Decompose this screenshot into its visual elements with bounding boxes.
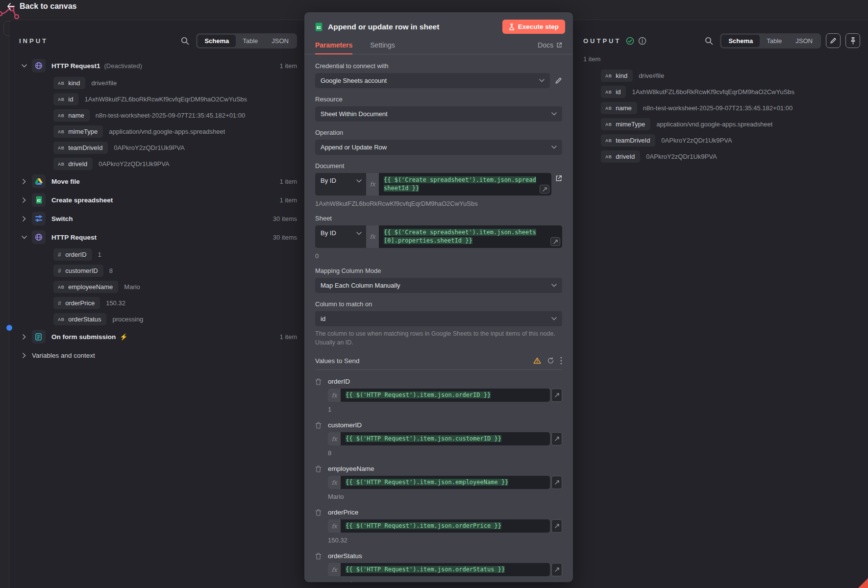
input-node-http-request[interactable]: HTTP Request 30 items [9,228,305,246]
schema-field-teamdriveid[interactable]: ABteamDriveId 0APkroY2zQDr1Uk9PVA [9,140,305,156]
expand-expression-icon[interactable] [540,185,549,194]
edit-output-button[interactable] [826,33,841,48]
pin-data-button[interactable] [845,33,860,48]
chevron-right-icon[interactable] [20,353,28,358]
schema-field-orderid[interactable]: #orderID 1 [9,246,305,263]
node-title: Append or update row in sheet [328,23,439,31]
match-column-select[interactable]: id [315,311,562,326]
operation-select[interactable]: Append or Update Row [315,140,562,155]
operation-value: Append or Update Row [321,144,551,151]
docs-link[interactable]: Docs [538,41,562,54]
document-label: Document [315,162,562,170]
chevron-down-icon[interactable] [20,64,28,68]
output-tab-schema[interactable]: Schema [721,35,760,47]
value-expression-input[interactable]: {{ $('HTTP Request').item.json.customerI… [341,432,550,445]
operation-label: Operation [315,129,562,136]
schema-field-id[interactable]: ABid 1AxhW8kutFZL6boRkRcwKf9cvfqEqrDM9ha… [573,84,868,100]
schema-field-orderstatus[interactable]: ABorderStatus processing [9,311,305,327]
input-node-on-form-submission[interactable]: On form submission ⚡ 1 item [9,327,305,346]
schema-field-id[interactable]: ABid 1AxhW8kutFZL6boRkRcwKf9cvfqEqrDM9ha… [9,91,305,107]
expand-expression-icon[interactable] [551,563,562,576]
input-tab-json[interactable]: JSON [265,35,296,47]
schema-field-mimetype[interactable]: ABmimeType application/vnd.google-apps.s… [9,123,305,140]
input-tab-schema[interactable]: Schema [198,35,236,47]
tab-parameters[interactable]: Parameters [315,41,352,54]
field-key: kind [68,79,80,87]
chevron-down-icon [551,146,557,149]
chevron-right-icon[interactable] [20,197,28,203]
input-node-http-request1[interactable]: HTTP Request1 (Deactivated) 1 item [9,56,305,75]
value-expression-input[interactable]: {{ $('HTTP Request').item.json.orderID }… [341,389,550,402]
mapping-mode-select[interactable]: Map Each Column Manually [315,278,562,293]
input-node-switch[interactable]: Switch 30 items [9,209,305,228]
trash-icon[interactable] [315,422,322,429]
value-expression-input[interactable]: {{ $('HTTP Request').item.json.orderStat… [341,563,550,576]
value-expression-input[interactable]: {{ $('HTTP Request').item.json.employeeN… [341,476,550,489]
chevron-right-icon[interactable] [20,216,28,221]
input-group-variables-context[interactable]: Variables and context [9,346,305,365]
schema-field-kind[interactable]: ABkind drive#file [9,75,305,91]
expand-expression-icon[interactable] [551,432,562,445]
trash-icon[interactable] [315,466,322,472]
document-mode-value: By ID [321,177,356,184]
edit-credential-icon[interactable] [555,77,562,84]
document-mode-select[interactable]: By ID [315,173,366,196]
schema-field-employeename[interactable]: ABemployeeName Mario [9,279,305,295]
kebab-menu-icon[interactable] [560,357,562,365]
open-document-icon[interactable] [555,175,562,182]
info-icon[interactable] [638,37,646,45]
schema-field-driveid[interactable]: ABdriveId 0APkroY2zQDr1Uk9PVA [573,148,868,165]
refresh-icon[interactable] [547,357,554,364]
back-label: Back to canvas [20,2,77,11]
search-icon[interactable] [705,37,713,45]
field-value: 0APkroY2zQDr1Uk9PVA [661,137,732,144]
input-view-tabs: Schema Table JSON [196,33,297,49]
expand-expression-icon[interactable] [551,389,562,402]
credential-select[interactable]: Google Sheets account [315,73,550,88]
expand-expression-icon[interactable] [551,476,562,489]
sheet-mode-select[interactable]: By ID [315,225,366,248]
tab-settings[interactable]: Settings [370,41,395,54]
chevron-right-icon[interactable] [20,334,28,340]
chevron-right-icon[interactable] [20,179,28,184]
trash-icon[interactable] [315,378,322,385]
chevron-down-icon[interactable] [20,236,28,239]
flask-icon [509,24,515,30]
value-expression: {{ $('HTTP Request').item.json.orderPric… [346,522,501,529]
trash-icon[interactable] [315,509,322,516]
string-type-icon: AB [605,122,612,127]
back-to-canvas-button[interactable]: Back to canvas [7,2,77,11]
schema-field-customerid[interactable]: #customerID 8 [9,263,305,279]
schema-field-teamdriveid[interactable]: ABteamDriveId 0APkroY2zQDr1Uk9PVA [573,132,868,148]
chevron-down-icon [551,284,557,287]
resource-select[interactable]: Sheet Within Document [315,106,562,122]
input-node-create-spreadsheet[interactable]: Create spreadsheet 1 item [9,191,305,209]
google-sheets-icon [32,193,46,207]
document-expression-input[interactable]: {{ $('Create spreadsheet').item.json.spr… [379,173,551,196]
input-node-move-file[interactable]: Move file 1 item [9,172,305,191]
schema-field-kind[interactable]: ABkind drive#file [573,68,868,84]
trash-icon[interactable] [315,553,322,560]
field-value: 8 [109,267,113,274]
schema-field-name[interactable]: ABname n8n-test-worksheet-2025-09-07T21:… [9,107,305,123]
input-tab-table[interactable]: Table [236,35,265,47]
resource-label: Resource [315,96,562,103]
node-item-count: 1 item [280,62,297,70]
execute-step-label: Execute step [518,23,559,30]
search-icon[interactable] [181,37,189,45]
warning-icon[interactable] [533,357,541,364]
schema-field-orderprice[interactable]: #orderPrice 150.32 [9,295,305,311]
expand-expression-icon[interactable] [551,519,562,533]
schema-field-name[interactable]: ABname n8n-test-worksheet-2025-09-07T21:… [573,100,868,116]
value-expression-input[interactable]: {{ $('HTTP Request').item.json.orderPric… [341,519,550,533]
node-name: Move file [51,178,80,185]
schema-field-mimetype[interactable]: ABmimeType application/vnd.google-apps.s… [573,116,868,132]
schema-field-driveid[interactable]: ABdriveId 0APkroY2zQDr1Uk9PVA [9,156,305,172]
execute-step-button[interactable]: Execute step [502,20,565,34]
node-name: Create spreadsheet [51,196,113,204]
output-tab-json[interactable]: JSON [789,35,819,47]
field-key: driveId [616,153,635,160]
sheet-expression-input[interactable]: {{ $('Create spreadsheet').item.json.she… [379,225,562,248]
expand-expression-icon[interactable] [550,237,560,246]
output-tab-table[interactable]: Table [760,35,789,47]
